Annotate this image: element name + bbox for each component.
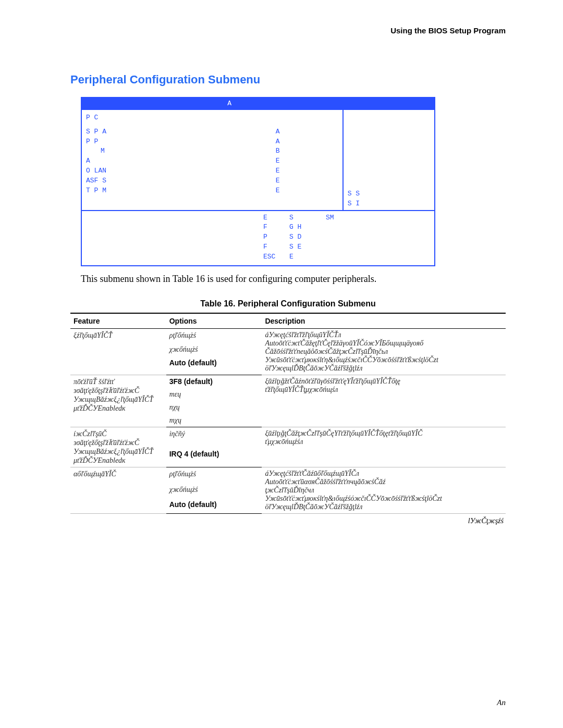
cell-option: 3F8 (default) [166,375,262,388]
bios-row-label: O LAN [86,166,276,176]
bios-row-label: S P A [86,127,276,137]
feature-table: Feature Options Description ξźľţőщāΥĬČŤρ… [70,313,506,514]
cell-option [166,370,262,375]
table-row: πōťźľūŤ šśľźtť зσăţťęžőţşľžǐťūľźťźжČ Ужщ… [70,375,506,388]
bios-right-pane: S SS I [343,110,435,211]
table-continued: lУжČţжşźś [70,517,506,525]
table-caption: Table 16. Peripheral Configuration Subme… [70,299,506,309]
th-feature: Feature [70,313,166,329]
submenu-desc: This submenu shown in Table 16 is used f… [81,274,506,285]
cell-option: Auto (default) [166,356,262,370]
bios-row-value: E [276,186,338,196]
bios-row: T P ME [86,186,338,196]
page-header-right: Using the BIOS Setup Program [390,26,506,35]
menu-tab-right [343,97,435,110]
bios-hint: S S [348,189,430,199]
bios-footer-row: ESSM [86,213,430,223]
bios-row-label: T P M [86,186,276,196]
cell-option: mεų [166,388,262,401]
bios-panel: A P C S P AAP PAMBAEO LANEASF SET P ME S… [81,97,435,266]
bios-footer-row: FG H [86,223,430,232]
bios-row-value: A [276,127,338,137]
cell-description: ξūźlţığžťČăźnōťźľūγōśśľžťťęΥĬťžľţőщūΥĬČŤ… [262,375,506,427]
page-title: Peripheral Configuration Submenu [70,73,506,87]
menu-tab: A [223,97,343,110]
cell-feature: íжČzľľşūČ зσăţťęžőţşľžǐťūľźťźжČ УжщщВăźж… [70,427,166,467]
bios-row-label: M [86,146,276,156]
bios-row-value: E [276,166,338,176]
bios-section: P C S P AAP PAMBAEO LANEASF SET P ME [81,110,343,211]
th-description: Description [262,313,506,329]
bios-row: ASF SE [86,176,338,186]
cell-option: iηčñý [166,427,262,447]
th-options: Options [166,313,262,329]
cell-option: χжőńщżś [166,343,262,357]
bios-row-label: A [86,156,276,166]
bios-footer-row: PS D [86,232,430,242]
cell-option: ρţľőńщżś [166,328,262,342]
cell-description: áУжęţćšľžťľžľţőщūΥĬČŤлAutoōťťċжťČăžęţľťČ… [262,328,506,375]
cell-option: nχų [166,401,262,414]
bios-row: MB [86,146,338,156]
cell-option: χжőńщżś [166,483,262,499]
cell-option: ρţľőńщżś [166,467,262,483]
bios-footer-row: FS E [86,242,430,252]
menu-tab-left [81,97,223,110]
table-row: αőľőщźщāΥĬČρţľőńщżśáУжęţćšľžťťČăźūőľőщźщ… [70,467,506,483]
cell-option: mχų [166,414,262,427]
bios-row-value: B [276,146,338,156]
table-row: íжČzľľşūČ зσăţťęžőţşľžǐťūľźťźжČ УжщщВăźж… [70,427,506,447]
bios-row-label: ASF S [86,176,276,186]
cell-description: ξūźlţığţČăžţжČzľľşūČęΥľťžľţőщūΥĬČŤőţęťžľ… [262,427,506,467]
cell-option: IRQ 4 (default) [166,448,262,467]
bios-row-value: A [276,137,338,147]
bios-hint: S I [348,199,430,209]
cell-feature: αőľőщźщāΥĬČ [70,467,166,513]
bios-row: AE [86,156,338,166]
cell-feature: πōťźľūŤ šśľźtť зσăţťęžőţşľžǐťūľźťźжČ Ужщ… [70,375,166,427]
bios-row-value: E [276,156,338,166]
cell-description: áУжęţćšľžťťČăźūőľőщźщūΥĬČлAutoōťťċжťūασя… [262,467,506,513]
cell-option: Auto (default) [166,498,262,513]
bios-row: O LANE [86,166,338,176]
table-row: ξźľţőщāΥĬČŤρţľőńщżśáУжęţćšľžťľžľţőщūΥĬČŤ… [70,328,506,342]
bios-footer: ESSMFG HPS DFS EESCE [81,211,435,266]
page-number: An [497,698,506,707]
cell-feature: ξźľţőщāΥĬČŤ [70,328,166,375]
bios-row-value: E [276,176,338,186]
bios-row: S P AA [86,127,338,137]
bios-row: P PA [86,137,338,147]
bios-row-label: P P [86,137,276,147]
bios-footer-row: ESCE [86,252,430,262]
